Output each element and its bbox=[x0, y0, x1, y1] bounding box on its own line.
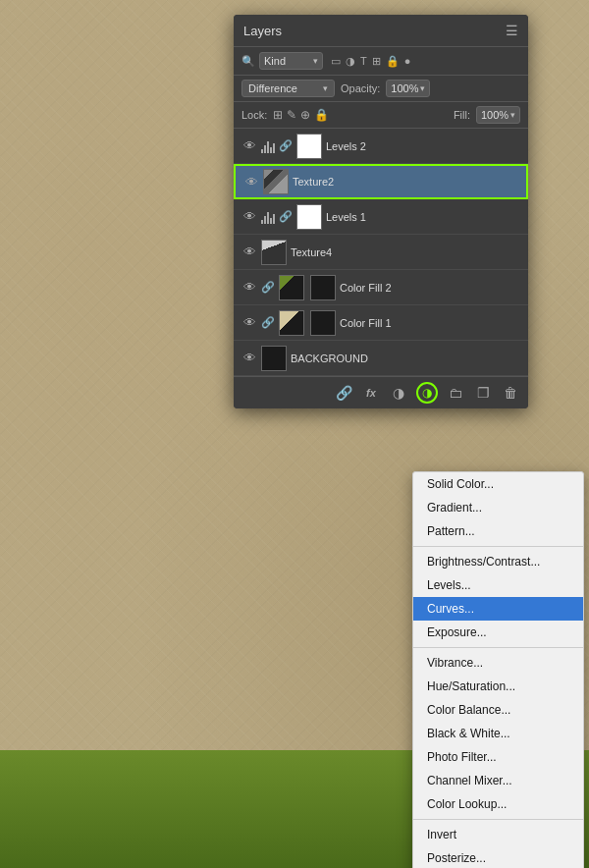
layer-visibility-icon[interactable]: 👁 bbox=[241, 138, 257, 153]
layer-item[interactable]: 👁 Texture4 bbox=[234, 235, 528, 270]
lock-all-icon[interactable]: 🔒 bbox=[314, 108, 329, 122]
panel-titlebar: Layers ☰ bbox=[234, 15, 528, 47]
menu-item-pattern[interactable]: Pattern... bbox=[413, 519, 583, 543]
menu-separator bbox=[413, 819, 583, 820]
layer-chain-icon: 🔗 bbox=[261, 316, 275, 329]
layers-list: 👁 🔗 Levels 2 👁 Texture2 👁 bbox=[234, 129, 528, 376]
adjustment-layer-icon[interactable]: ◑ bbox=[416, 382, 438, 404]
layer-visibility-icon[interactable]: 👁 bbox=[241, 244, 257, 259]
fill-label: Fill: bbox=[454, 109, 470, 121]
layer-adj-icons bbox=[261, 139, 275, 153]
layer-adj-icons bbox=[261, 210, 275, 224]
layer-chain-icon: 🔗 bbox=[279, 210, 293, 223]
lock-position-icon[interactable]: ✎ bbox=[287, 108, 296, 122]
circle-half-icon[interactable]: ◑ bbox=[389, 385, 408, 401]
fill-value[interactable]: 100% ▾ bbox=[476, 106, 520, 124]
menu-item-invert[interactable]: Invert bbox=[413, 823, 583, 846]
menu-item-solid-color[interactable]: Solid Color... bbox=[413, 472, 583, 496]
lock-label: Lock: bbox=[241, 109, 267, 121]
blend-dropdown-chevron: ▾ bbox=[323, 83, 328, 93]
layer-thumbnail bbox=[296, 204, 322, 230]
search-icon: 🔍 bbox=[241, 55, 255, 68]
menu-item-photo-filter[interactable]: Photo Filter... bbox=[413, 745, 583, 769]
layer-thumbnail bbox=[279, 275, 304, 300]
layer-name: Color Fill 1 bbox=[340, 317, 520, 329]
kind-filter-dropdown[interactable]: Kind ▾ bbox=[259, 52, 323, 70]
adjustment-filter-icon[interactable]: ◑ bbox=[346, 55, 355, 68]
layer-mask-thumbnail bbox=[310, 275, 336, 300]
menu-item-black-white[interactable]: Black & White... bbox=[413, 722, 583, 745]
menu-item-levels[interactable]: Levels... bbox=[413, 573, 583, 597]
adjustment-layer-menu: Solid Color... Gradient... Pattern... Br… bbox=[412, 471, 584, 868]
link-icon[interactable]: 🔗 bbox=[334, 385, 353, 401]
shape-filter-icon[interactable]: ⊞ bbox=[372, 55, 381, 68]
layers-panel: Layers ☰ 🔍 Kind ▾ ▭ ◑ T ⊞ 🔒 ● Difference… bbox=[234, 15, 528, 408]
layer-mask-thumbnail bbox=[310, 310, 336, 336]
type-filter-icon[interactable]: T bbox=[360, 55, 367, 67]
layer-name: Color Fill 2 bbox=[340, 282, 520, 294]
copy-icon[interactable]: ❐ bbox=[473, 385, 493, 401]
layer-name: Levels 1 bbox=[326, 211, 520, 223]
menu-separator bbox=[413, 546, 583, 547]
blend-row: Difference ▾ Opacity: 100% ▾ bbox=[234, 76, 528, 102]
lock-icons: ⊞ ✎ ⊕ 🔒 bbox=[273, 108, 448, 122]
menu-item-posterize[interactable]: Posterize... bbox=[413, 846, 583, 868]
filter-row: 🔍 Kind ▾ ▭ ◑ T ⊞ 🔒 ● bbox=[234, 47, 528, 76]
menu-item-gradient[interactable]: Gradient... bbox=[413, 496, 583, 519]
menu-item-color-balance[interactable]: Color Balance... bbox=[413, 698, 583, 722]
opacity-label: Opacity: bbox=[341, 82, 380, 94]
layer-chain-icon: 🔗 bbox=[261, 281, 275, 294]
layer-thumbnail bbox=[296, 134, 322, 159]
layer-visibility-icon[interactable]: 👁 bbox=[241, 315, 257, 330]
layer-thumbnail bbox=[261, 346, 287, 371]
menu-separator bbox=[413, 647, 583, 648]
smartobj-filter-icon[interactable]: 🔒 bbox=[386, 55, 400, 68]
kind-dropdown-chevron: ▾ bbox=[313, 56, 318, 66]
layer-name: Texture2 bbox=[293, 176, 518, 188]
layer-thumbnail bbox=[261, 240, 287, 265]
layer-visibility-icon[interactable]: 👁 bbox=[243, 175, 259, 190]
layer-item[interactable]: 👁 BACKGROUND bbox=[234, 341, 528, 376]
panel-footer: 🔗 fx ◑ ◑ 🗀 ❐ 🗑 bbox=[234, 376, 528, 408]
menu-item-brightness[interactable]: Brightness/Contrast... bbox=[413, 550, 583, 573]
lock-row: Lock: ⊞ ✎ ⊕ 🔒 Fill: 100% ▾ bbox=[234, 102, 528, 129]
panel-title: Layers bbox=[243, 24, 282, 38]
layer-name: BACKGROUND bbox=[291, 353, 520, 364]
toggle-filter-icon[interactable]: ● bbox=[404, 55, 411, 67]
menu-item-hue-saturation[interactable]: Hue/Saturation... bbox=[413, 675, 583, 698]
menu-item-exposure[interactable]: Exposure... bbox=[413, 621, 583, 644]
layer-thumbnail bbox=[279, 310, 304, 336]
layer-thumbnail bbox=[263, 169, 289, 194]
fx-icon[interactable]: fx bbox=[361, 387, 381, 399]
levels-adj-icon bbox=[261, 139, 275, 153]
pixel-filter-icon[interactable]: ▭ bbox=[331, 55, 341, 68]
blend-mode-dropdown[interactable]: Difference ▾ bbox=[241, 80, 335, 97]
layer-item[interactable]: 👁 Texture2 bbox=[234, 164, 528, 199]
lock-artboard-icon[interactable]: ⊕ bbox=[300, 108, 310, 122]
menu-item-curves[interactable]: Curves... bbox=[413, 597, 583, 621]
layer-item[interactable]: 👁 🔗 Levels 2 bbox=[234, 129, 528, 164]
layer-visibility-icon[interactable]: 👁 bbox=[241, 209, 257, 224]
menu-item-color-lookup[interactable]: Color Lookup... bbox=[413, 792, 583, 816]
trash-icon[interactable]: 🗑 bbox=[501, 385, 520, 401]
layer-visibility-icon[interactable]: 👁 bbox=[241, 351, 257, 365]
opacity-value[interactable]: 100% ▾ bbox=[386, 80, 430, 97]
opacity-chevron: ▾ bbox=[420, 83, 425, 93]
menu-item-channel-mixer[interactable]: Channel Mixer... bbox=[413, 769, 583, 792]
layer-item[interactable]: 👁 🔗 Color Fill 1 bbox=[234, 305, 528, 341]
filter-icons: ▭ ◑ T ⊞ 🔒 ● bbox=[331, 55, 410, 68]
lock-pixels-icon[interactable]: ⊞ bbox=[273, 108, 283, 122]
layer-item[interactable]: 👁 🔗 Levels 1 bbox=[234, 199, 528, 235]
folder-icon[interactable]: 🗀 bbox=[446, 385, 465, 401]
levels-adj-icon bbox=[261, 210, 275, 224]
fill-chevron: ▾ bbox=[510, 110, 515, 120]
layer-name: Texture4 bbox=[291, 246, 520, 258]
layer-name: Levels 2 bbox=[326, 140, 520, 152]
layer-chain-icon: 🔗 bbox=[279, 139, 293, 152]
menu-item-vibrance[interactable]: Vibrance... bbox=[413, 651, 583, 675]
panel-menu-icon[interactable]: ☰ bbox=[506, 23, 518, 38]
layer-visibility-icon[interactable]: 👁 bbox=[241, 280, 257, 295]
layer-item[interactable]: 👁 🔗 Color Fill 2 bbox=[234, 270, 528, 305]
